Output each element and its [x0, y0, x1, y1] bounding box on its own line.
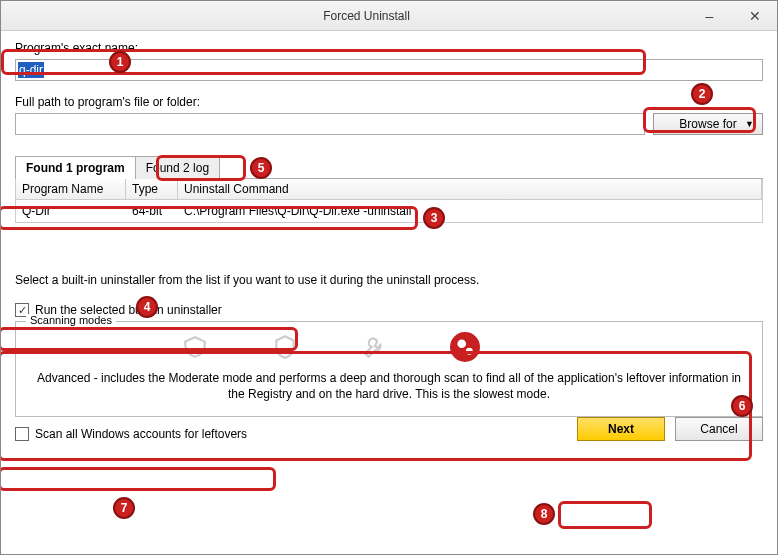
- program-name-selection: q-dir: [18, 62, 44, 78]
- tab-found-log[interactable]: Found 2 log: [135, 156, 220, 179]
- col-uninstall-command[interactable]: Uninstall Command: [178, 179, 762, 199]
- mode-icons: [30, 332, 748, 362]
- col-program-name[interactable]: Program Name: [16, 179, 126, 199]
- instruction-text: Select a built-in uninstaller from the l…: [15, 273, 763, 287]
- cell-uninstall-command: C:\Program Files\Q-Dir\Q-Dir.exe -uninst…: [178, 202, 762, 220]
- button-bar: Next Cancel: [577, 417, 763, 441]
- svg-point-1: [466, 348, 473, 355]
- browse-for-button[interactable]: Browse for ▼: [653, 113, 763, 135]
- cancel-button[interactable]: Cancel: [675, 417, 763, 441]
- svg-point-0: [457, 339, 466, 348]
- col-type[interactable]: Type: [126, 179, 178, 199]
- mode-advanced-icon[interactable]: [450, 332, 480, 362]
- window-title: Forced Uninstall: [46, 9, 687, 23]
- scan-all-checkbox[interactable]: [15, 427, 29, 441]
- mode-wrench-icon[interactable]: [360, 332, 390, 362]
- annotation-7: 7: [113, 497, 135, 519]
- grid-row[interactable]: Q-Dir 64-bit C:\Program Files\Q-Dir\Q-Di…: [16, 200, 762, 222]
- minimize-button[interactable]: –: [687, 1, 732, 30]
- mode-safe-icon[interactable]: [180, 332, 210, 362]
- full-path-input[interactable]: [15, 113, 645, 135]
- close-button[interactable]: ✕: [732, 1, 777, 30]
- grid-header: Program Name Type Uninstall Command: [16, 179, 762, 200]
- tabbar: Found 1 program Found 2 log: [15, 155, 763, 179]
- cell-program-name: Q-Dir: [16, 202, 126, 220]
- annotation-ring-7: [0, 467, 276, 491]
- run-builtin-row[interactable]: Run the selected built-in uninstaller: [15, 303, 763, 317]
- mode-description: Advanced - includes the Moderate mode an…: [30, 370, 748, 402]
- program-name-label: Program's exact name:: [15, 41, 763, 55]
- mode-moderate-icon[interactable]: [270, 332, 300, 362]
- tab-found-program[interactable]: Found 1 program: [15, 156, 136, 179]
- cell-type: 64-bit: [126, 202, 178, 220]
- annotation-ring-8: [558, 501, 652, 529]
- scanning-modes-legend: Scanning modes: [26, 314, 116, 326]
- annotation-8: 8: [533, 503, 555, 525]
- program-name-input[interactable]: [15, 59, 763, 81]
- chevron-down-icon: ▼: [745, 119, 754, 129]
- scanning-modes-group: Scanning modes Advanced - includes the M…: [15, 321, 763, 417]
- full-path-label: Full path to program's file or folder:: [15, 95, 763, 109]
- browse-for-label: Browse for: [679, 117, 736, 131]
- titlebar: Forced Uninstall – ✕: [1, 1, 777, 31]
- results-grid: Program Name Type Uninstall Command Q-Di…: [15, 179, 763, 223]
- scan-all-label: Scan all Windows accounts for leftovers: [35, 427, 247, 441]
- next-button[interactable]: Next: [577, 417, 665, 441]
